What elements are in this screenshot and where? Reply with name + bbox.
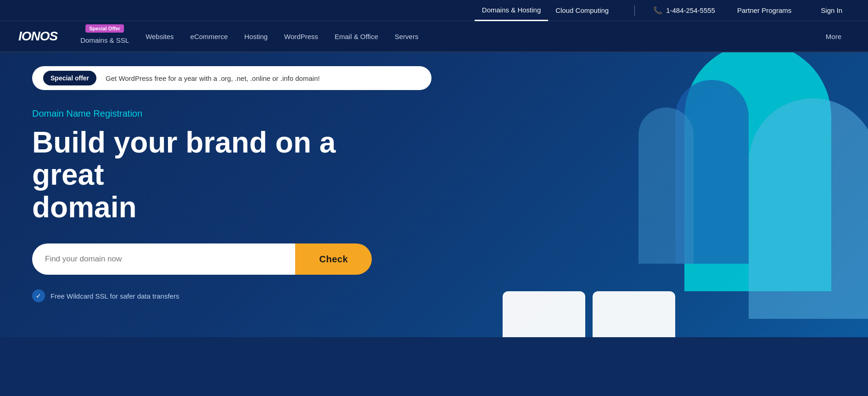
phone-number: 1-484-254-5555	[666, 6, 715, 14]
nav-item-ecommerce[interactable]: eCommerce	[182, 21, 236, 52]
shape-arch-blue	[749, 98, 868, 319]
hero-card-2	[593, 291, 675, 337]
main-nav: IONOS Special Offer Domains & SSL Websit…	[0, 21, 868, 52]
nav-item-email-office[interactable]: Email & Office	[326, 21, 386, 52]
free-ssl-text: Free Wildcard SSL for safer data transfe…	[50, 292, 179, 300]
top-bar-nav: Domains & Hosting Cloud Computing	[475, 0, 616, 21]
free-ssl-note: ✓ Free Wildcard SSL for safer data trans…	[32, 289, 431, 302]
top-bar-domains-hosting[interactable]: Domains & Hosting	[475, 0, 548, 21]
hero-card-1	[503, 291, 585, 337]
top-bar-sign-in[interactable]: Sign In	[813, 0, 850, 21]
nav-more[interactable]: More	[818, 21, 850, 52]
special-offer-banner: Special offer Get WordPress free for a y…	[32, 66, 431, 90]
phone-icon: 📞	[653, 6, 662, 15]
top-bar: Domains & Hosting Cloud Computing 📞 1-48…	[0, 0, 868, 21]
hero-title: Build your brand on a great domain	[32, 126, 353, 223]
hero-title-line2: domain	[32, 191, 137, 224]
nav-item-servers[interactable]: Servers	[386, 21, 427, 52]
search-bar: Check	[32, 243, 372, 275]
nav-item-hosting[interactable]: Hosting	[236, 21, 276, 52]
shape-arch-mid	[638, 107, 694, 264]
top-bar-partner-programs[interactable]: Partner Programs	[730, 0, 799, 21]
check-circle-icon: ✓	[32, 289, 45, 302]
shape-arch-dark	[675, 80, 749, 264]
nav-item-domains-ssl[interactable]: Special Offer Domains & SSL	[72, 21, 137, 52]
nav-item-wordpress[interactable]: WordPress	[276, 21, 326, 52]
top-bar-divider	[634, 6, 635, 16]
hero-content: Special offer Get WordPress free for a y…	[32, 66, 431, 302]
nav-item-domains-ssl-label: Domains & SSL	[80, 36, 129, 44]
hero-cards	[503, 291, 675, 337]
domain-search-input[interactable]	[32, 243, 295, 275]
hero-section: Special offer Get WordPress free for a y…	[0, 52, 868, 337]
special-offer-badge: Special Offer	[85, 24, 124, 33]
hero-subtitle: Domain Name Registration	[32, 108, 431, 119]
search-button[interactable]: Check	[295, 243, 372, 275]
shape-arch-teal	[684, 52, 831, 291]
top-bar-phone: 📞 1-484-254-5555	[653, 6, 715, 15]
offer-text: Get WordPress free for a year with a .or…	[106, 74, 320, 82]
offer-tag: Special offer	[43, 71, 96, 85]
logo[interactable]: IONOS	[18, 29, 57, 44]
top-bar-cloud-computing[interactable]: Cloud Computing	[548, 0, 616, 21]
nav-item-websites[interactable]: Websites	[137, 21, 182, 52]
hero-title-line1: Build your brand on a great	[32, 126, 336, 191]
